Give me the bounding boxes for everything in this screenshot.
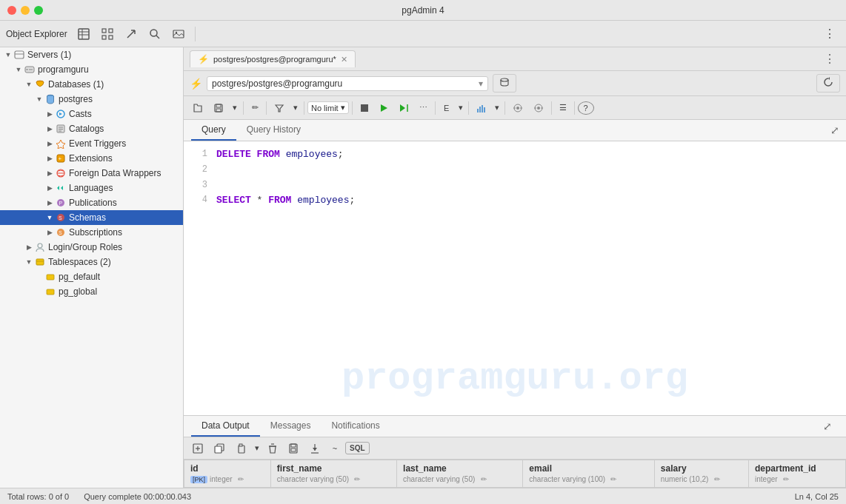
window-controls[interactable]: [7, 6, 43, 15]
postgres-label: postgres: [59, 94, 93, 104]
more-icon: ⋮: [824, 52, 836, 66]
col-department-edit[interactable]: ✏: [783, 475, 789, 483]
add-row-btn[interactable]: [188, 441, 207, 456]
code-editor[interactable]: 1 DELETE FROM employees; 2 3 4 SELECT * …: [184, 141, 846, 415]
paste-dropdown-btn[interactable]: ▾: [253, 441, 262, 455]
arrow-icon-btn[interactable]: [121, 26, 141, 42]
table-icon-btn[interactable]: [73, 26, 94, 42]
tree-item-fdw[interactable]: ▶ Foreign Data Wrappers: [0, 166, 183, 181]
open-file-btn[interactable]: [188, 101, 207, 115]
tree-item-schemas[interactable]: ▼ S Schemas: [0, 210, 183, 225]
close-button[interactable]: [7, 6, 16, 15]
help-btn[interactable]: ?: [578, 101, 594, 115]
tree-item-databases[interactable]: ▼ Databases (1): [0, 77, 183, 92]
download-btn[interactable]: [305, 441, 324, 456]
svg-rect-6: [102, 36, 106, 39]
col-id-edit[interactable]: ✏: [238, 475, 244, 483]
query-tab-icon: ⚡: [198, 54, 209, 64]
toggle-icon: ▶: [44, 199, 55, 206]
tree-item-programguru[interactable]: ▼ programguru: [0, 62, 183, 77]
tree-item-event-triggers[interactable]: ▶ Event Triggers: [0, 136, 183, 151]
save-dropdown-btn[interactable]: ▾: [230, 101, 240, 115]
explain-btn[interactable]: ⋯: [415, 101, 432, 115]
run-sel-btn[interactable]: [394, 101, 413, 115]
tab-messages[interactable]: Messages: [260, 416, 322, 437]
code-line-3: 3: [184, 178, 846, 194]
sep4: [352, 101, 353, 115]
run-btn[interactable]: [375, 101, 393, 115]
event-triggers-label: Event Triggers: [69, 138, 126, 149]
tree-item-publications[interactable]: ▶ P Publications: [0, 195, 183, 210]
more-options-button[interactable]: ⋮: [819, 24, 840, 43]
tab-data-output[interactable]: Data Output: [191, 416, 260, 437]
col-email-edit[interactable]: ✏: [610, 475, 616, 483]
tree-item-login-roles[interactable]: ▶ Login/Group Roles: [0, 240, 183, 255]
save-file-btn[interactable]: [209, 101, 228, 115]
connection-select[interactable]: postgres/postgres@programguru ▾: [207, 76, 488, 91]
toggle-icon: ▶: [24, 243, 34, 251]
query-tab-main[interactable]: ⚡ postgres/postgres@programguru* ✕: [190, 50, 356, 67]
tree-item-extensions[interactable]: ▶ + Extensions: [0, 151, 183, 166]
tab-query[interactable]: Query: [191, 120, 236, 141]
tablespaces-icon: [34, 256, 46, 268]
tree-item-tablespaces[interactable]: ▼ Tablespaces (2): [0, 255, 183, 269]
col-first-name-edit[interactable]: ✏: [354, 475, 360, 483]
expand-output-btn[interactable]: ⤢: [816, 417, 839, 436]
minimize-button[interactable]: [21, 6, 30, 15]
rollback-icon: [533, 103, 544, 113]
image-icon-btn[interactable]: [168, 26, 189, 42]
macro-btn[interactable]: ☰: [555, 101, 571, 115]
query-tab-label: postgres/postgres@programguru*: [213, 55, 336, 64]
sql-output-btn[interactable]: SQL: [345, 442, 370, 454]
grid-icon-btn[interactable]: [97, 26, 118, 42]
commit-btn[interactable]: [508, 101, 527, 115]
expand-query-btn[interactable]: ⤢: [824, 121, 846, 140]
tree-item-languages[interactable]: ▶ Languages: [0, 181, 183, 195]
toggle-icon: ▼: [24, 258, 34, 266]
sep9: [574, 101, 575, 115]
tree-item-catalogs[interactable]: ▶ Catalogs: [0, 121, 183, 136]
tree-item-pg-global[interactable]: ▶ pg_global: [0, 284, 183, 299]
image-icon: [173, 28, 184, 40]
filter-dropdown-btn[interactable]: ▾: [290, 101, 301, 115]
filter-btn[interactable]: [270, 101, 289, 115]
col-salary-edit[interactable]: ✏: [714, 475, 720, 483]
col-last-name-edit[interactable]: ✏: [481, 475, 487, 483]
tree-item-postgres[interactable]: ▼ postgres: [0, 92, 183, 107]
tab-more-button[interactable]: ⋮: [819, 50, 840, 68]
edit-btn[interactable]: ✏: [247, 101, 263, 115]
stop-btn[interactable]: [356, 101, 373, 115]
svg-point-11: [176, 31, 177, 33]
search-icon-btn[interactable]: [144, 26, 165, 42]
explain-opt-dropdown-btn[interactable]: ▾: [456, 101, 465, 115]
sep6: [468, 101, 469, 115]
tree-item-servers[interactable]: ▼ Servers (1): [0, 47, 183, 62]
analyze-btn[interactable]: [472, 101, 491, 115]
code-line-1: 1 DELETE FROM employees;: [184, 147, 846, 163]
save-data-btn[interactable]: [284, 441, 303, 456]
object-tree: ▼ Servers (1) ▼ programguru ▼: [0, 47, 183, 299]
paste-btn[interactable]: [231, 441, 250, 456]
event-triggers-icon: [55, 138, 67, 149]
svg-rect-42: [216, 109, 221, 112]
data-grid: id [PK]integer ✏ first_name character va…: [184, 460, 846, 488]
toggle-icon: ▶: [44, 155, 55, 162]
rollback-btn[interactable]: [529, 101, 548, 115]
tree-item-subscriptions[interactable]: ▶ S Subscriptions: [0, 225, 183, 240]
maximize-button[interactable]: [34, 6, 43, 15]
tab-query-history[interactable]: Query History: [236, 120, 311, 141]
explain-opt-btn[interactable]: E: [439, 101, 455, 115]
refresh-btn[interactable]: [816, 74, 840, 93]
tab-notifications[interactable]: Notifications: [321, 416, 390, 437]
arrow-icon: [125, 28, 137, 40]
copy-btn[interactable]: [210, 441, 229, 456]
filter-output-btn[interactable]: ~: [327, 442, 343, 455]
editor-toolbar: ▾ ✏ ▾ No limit ▾: [184, 96, 846, 120]
analyze-dropdown-btn[interactable]: ▾: [493, 101, 502, 115]
tree-item-casts[interactable]: ▶ Casts: [0, 107, 183, 121]
no-limit-select[interactable]: No limit ▾: [307, 101, 349, 114]
tree-item-pg-default[interactable]: ▶ pg_default: [0, 269, 183, 284]
query-tab-close-btn[interactable]: ✕: [341, 55, 347, 64]
delete-row-btn[interactable]: [264, 441, 282, 456]
db-select-btn[interactable]: [493, 74, 516, 93]
